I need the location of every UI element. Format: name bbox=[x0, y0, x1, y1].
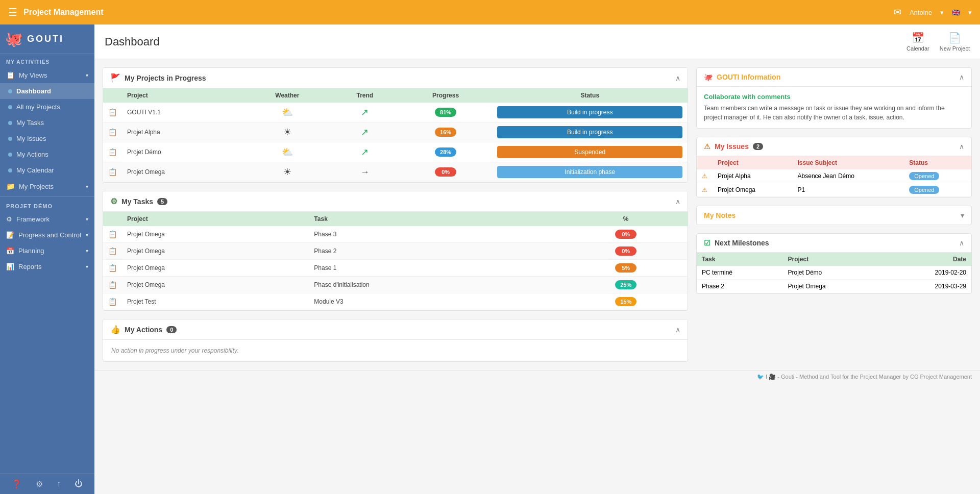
project-row-1[interactable]: 📋 Projet Alpha ☀ ↗ 16% Build in progress bbox=[103, 122, 688, 142]
milestone-row-project: Projet Démo bbox=[783, 266, 884, 280]
language-flag[interactable]: 🇬🇧 bbox=[952, 9, 960, 16]
milestones-body: Task Project Date PC terminé Projet Démo… bbox=[697, 253, 971, 293]
help-icon[interactable]: ❓ bbox=[12, 479, 22, 489]
power-icon[interactable]: ⏻ bbox=[75, 479, 83, 489]
sidebar-all-projects-label: All my Projects bbox=[16, 103, 60, 111]
upload-icon[interactable]: ↑ bbox=[57, 479, 61, 489]
user-name[interactable]: Antoine bbox=[910, 9, 932, 16]
milestones-title-text: Next Milestones bbox=[715, 239, 769, 247]
issue-row-status: Opened bbox=[904, 169, 971, 183]
sidebar-item-reports[interactable]: 📊 Reports ▾ bbox=[0, 259, 94, 275]
calendar-icon: 📅 bbox=[912, 32, 924, 44]
issue-row-1[interactable]: ⚠ Projet Omega P1 Opened bbox=[697, 183, 971, 197]
topbar: ☰ Project Management ✉ Antoine ▾ 🇬🇧 ▾ bbox=[0, 0, 980, 24]
task-row-percent: 15% bbox=[564, 293, 688, 310]
project-row-weather: ⛅ bbox=[244, 103, 331, 122]
sidebar-item-my-views[interactable]: 📋 My Views ▾ bbox=[0, 67, 94, 83]
calendar-action[interactable]: 📅 Calendar bbox=[906, 32, 929, 52]
header-actions: 📅 Calendar 📄 New Project bbox=[906, 32, 970, 52]
content-left: 🚩 My Projects in Progress ∧ Project We bbox=[103, 67, 688, 362]
issue-row-project: Projet Alpha bbox=[713, 169, 793, 183]
sidebar-item-my-issues[interactable]: My Issues bbox=[0, 131, 94, 146]
sidebar-item-my-calendar[interactable]: My Calendar bbox=[0, 162, 94, 178]
sidebar-item-dashboard[interactable]: Dashboard bbox=[0, 83, 94, 99]
task-row-task: Phase 1 bbox=[309, 260, 564, 277]
project-row-trend: → bbox=[331, 162, 399, 182]
my-projects-body: Project Weather Trend Progress Status 📋 … bbox=[103, 88, 688, 182]
task-row-2[interactable]: 📋 Projet Omega Phase 1 5% bbox=[103, 260, 688, 277]
sidebar-item-progress-control[interactable]: 📝 Progress and Control ▾ bbox=[0, 227, 94, 243]
collaborate-title: Collaborate with comments bbox=[704, 93, 964, 101]
project-row-trend: ↗ bbox=[331, 122, 399, 142]
task-row-0[interactable]: 📋 Projet Omega Phase 3 0% bbox=[103, 226, 688, 243]
checkmark-icon: ☑ bbox=[704, 239, 710, 247]
my-tasks-table: Project Task % 📋 Projet Omega Phase 3 0%… bbox=[103, 212, 688, 310]
task-row-percent: 5% bbox=[564, 260, 688, 277]
notes-title: My Notes bbox=[704, 211, 736, 219]
sidebar-item-my-projects[interactable]: 📁 My Projects ▾ bbox=[0, 178, 94, 194]
sidebar-my-tasks-label: My Tasks bbox=[16, 119, 44, 127]
task-row-3[interactable]: 📋 Projet Omega Phase d'initialisation 25… bbox=[103, 277, 688, 293]
topbar-title: Project Management bbox=[23, 8, 103, 17]
projects-col-progress: Progress bbox=[399, 88, 493, 103]
issues-title: ⚠ My Issues 2 bbox=[704, 142, 763, 151]
project-row-weather: ☀ bbox=[244, 122, 331, 142]
my-issues-collapse[interactable]: ∧ bbox=[959, 142, 964, 151]
project-row-trend: ↗ bbox=[331, 142, 399, 162]
project-row-2[interactable]: 📋 Projet Démo ⛅ ↗ 28% Suspended bbox=[103, 142, 688, 162]
flag-chevron[interactable]: ▾ bbox=[968, 9, 972, 16]
my-projects-collapse[interactable]: ∧ bbox=[675, 74, 680, 82]
my-notes-header[interactable]: My Notes ▾ bbox=[697, 206, 971, 225]
project-row-0[interactable]: 📋 GOUTI V1.1 ⛅ ↗ 81% Build in progress bbox=[103, 103, 688, 122]
milestones-collapse[interactable]: ∧ bbox=[959, 239, 964, 247]
task-row-icon: 📋 bbox=[103, 277, 122, 293]
hamburger-menu[interactable]: ☰ bbox=[8, 6, 17, 18]
user-chevron[interactable]: ▾ bbox=[940, 9, 944, 16]
sidebar-item-framework[interactable]: ⚙ Framework ▾ bbox=[0, 211, 94, 227]
task-row-task: Phase 2 bbox=[309, 243, 564, 260]
my-notes-card: My Notes ▾ bbox=[696, 206, 972, 225]
task-row-project: Projet Omega bbox=[122, 243, 309, 260]
sidebar-item-my-actions[interactable]: My Actions bbox=[0, 146, 94, 162]
my-actions-collapse[interactable]: ∧ bbox=[675, 326, 680, 334]
content-header: Dashboard 📅 Calendar 📄 New Project bbox=[94, 24, 980, 59]
my-notes-collapse[interactable]: ▾ bbox=[961, 211, 964, 219]
task-row-1[interactable]: 📋 Projet Omega Phase 2 0% bbox=[103, 243, 688, 260]
issue-row-icon: ⚠ bbox=[697, 183, 713, 197]
task-row-project: Projet Test bbox=[122, 293, 309, 310]
gouti-info-card: 🐙 GOUTI Information ∧ Collaborate with c… bbox=[696, 67, 972, 129]
task-row-icon: 📋 bbox=[103, 260, 122, 277]
sidebar-bottom: ❓ ⚙ ↑ ⏻ bbox=[0, 474, 94, 494]
milestone-row-1[interactable]: Phase 2 Projet Omega 2019-03-29 bbox=[697, 280, 971, 293]
task-row-4[interactable]: 📋 Projet Test Module V3 15% bbox=[103, 293, 688, 310]
project-row-3[interactable]: 📋 Projet Omega ☀ → 0% Initialization pha… bbox=[103, 162, 688, 182]
new-project-action[interactable]: 📄 New Project bbox=[940, 32, 970, 52]
sidebar-item-planning[interactable]: 📅 Planning ▾ bbox=[0, 243, 94, 259]
issues-header-row: Project Issue Subject Status bbox=[697, 156, 971, 169]
milestone-row-0[interactable]: PC terminé Projet Démo 2019-02-20 bbox=[697, 266, 971, 280]
project-row-trend: ↗ bbox=[331, 103, 399, 122]
projects-col-project: Project bbox=[122, 88, 244, 103]
sidebar-my-calendar-label: My Calendar bbox=[16, 166, 54, 174]
my-issues-body: Project Issue Subject Status ⚠ Projet Al… bbox=[697, 156, 971, 197]
content-body: 🚩 My Projects in Progress ∧ Project We bbox=[94, 59, 980, 370]
warning-triangle-icon: ⚠ bbox=[704, 142, 710, 151]
milestones-header: ☑ Next Milestones ∧ bbox=[697, 234, 971, 253]
sidebar-item-my-tasks[interactable]: My Tasks bbox=[0, 115, 94, 131]
sidebar-item-all-projects[interactable]: All my Projects bbox=[0, 99, 94, 115]
my-tasks-collapse[interactable]: ∧ bbox=[675, 197, 680, 206]
gouti-info-text: Team members can write a message on task… bbox=[704, 104, 964, 122]
issues-badge: 2 bbox=[753, 143, 763, 150]
sidebar-my-issues-label: My Issues bbox=[16, 135, 46, 142]
issue-row-subject: P1 bbox=[793, 183, 904, 197]
mail-icon[interactable]: ✉ bbox=[894, 7, 901, 18]
task-row-task: Phase 3 bbox=[309, 226, 564, 243]
sidebar-divider bbox=[0, 196, 94, 197]
issue-row-0[interactable]: ⚠ Projet Alpha Absence Jean Démo Opened bbox=[697, 169, 971, 183]
project-row-weather: ☀ bbox=[244, 162, 331, 182]
issues-col-status: Status bbox=[904, 156, 971, 169]
gouti-info-collapse[interactable]: ∧ bbox=[959, 73, 964, 81]
settings-icon[interactable]: ⚙ bbox=[36, 479, 43, 489]
my-tasks-card-header: ⚙ My Tasks 5 ∧ bbox=[103, 191, 688, 212]
calendar-label: Calendar bbox=[906, 45, 929, 52]
